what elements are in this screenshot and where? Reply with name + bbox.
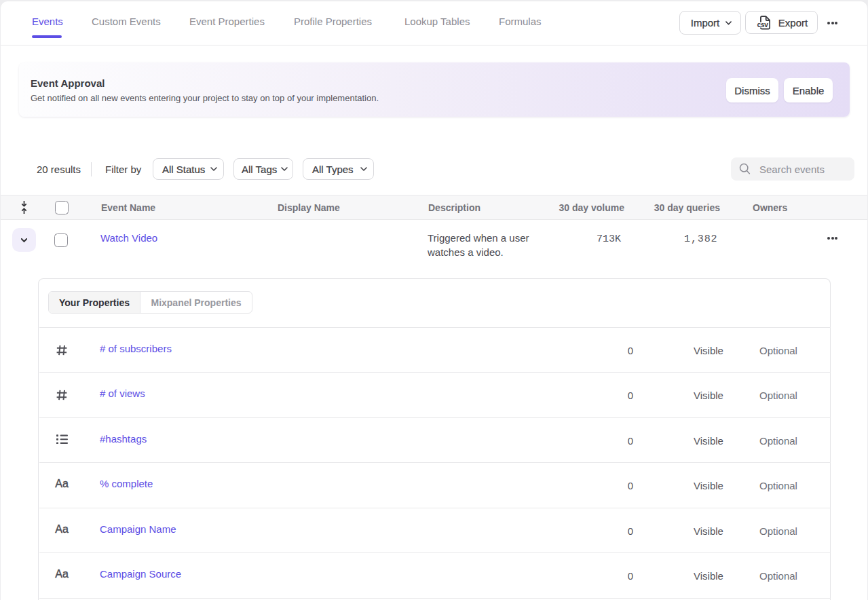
svg-text:csv: csv: [757, 21, 768, 29]
